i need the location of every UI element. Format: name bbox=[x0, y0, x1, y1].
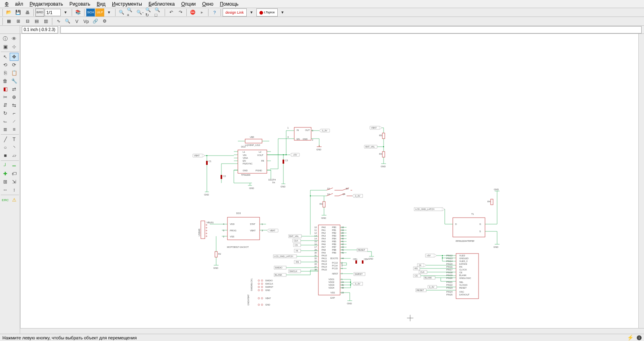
paste-tool[interactable]: 📋 bbox=[10, 69, 19, 77]
menu-tools[interactable]: Инструменты bbox=[109, 0, 145, 8]
open-button[interactable]: 📂 bbox=[4, 8, 13, 17]
wire-tool[interactable]: ╱ bbox=[1, 135, 10, 143]
ltspice-dropdown-icon[interactable]: ▾ bbox=[278, 8, 287, 17]
undo-button[interactable]: ↶ bbox=[167, 8, 175, 17]
scr-dropdown-icon[interactable]: ▾ bbox=[105, 8, 114, 17]
go-button[interactable]: ▸ bbox=[198, 8, 206, 17]
ltspice-button[interactable]: ⬤ LTspice bbox=[256, 8, 278, 17]
menu-edit[interactable]: Редактировать bbox=[27, 0, 66, 8]
sch-mode-button[interactable]: SCH bbox=[86, 8, 95, 17]
ulp-button[interactable]: ULP bbox=[95, 8, 104, 17]
zoom-select-button[interactable]: 🔍□ bbox=[154, 8, 163, 17]
grid-button[interactable]: ▦ bbox=[4, 17, 13, 25]
route-tool[interactable]: ⌐ bbox=[10, 109, 19, 117]
erc-tool[interactable]: ERC bbox=[1, 196, 10, 204]
settings-button[interactable]: ⚙ bbox=[100, 17, 109, 25]
grid5-button[interactable]: ▥ bbox=[41, 17, 50, 25]
text-tool[interactable]: T bbox=[10, 135, 19, 143]
horizontal-scrollbar[interactable] bbox=[20, 328, 644, 334]
redo-button[interactable]: ↷ bbox=[176, 8, 185, 17]
svg-text:GND: GND bbox=[213, 267, 218, 269]
command-input[interactable] bbox=[60, 26, 642, 33]
wrench-tool[interactable]: 🔧 bbox=[10, 77, 19, 85]
svg-point-207 bbox=[261, 289, 263, 291]
v-button[interactable]: V bbox=[72, 17, 81, 25]
rect-tool[interactable]: ■ bbox=[1, 152, 10, 160]
arc-tool[interactable]: ◝ bbox=[10, 143, 19, 152]
layer-tool[interactable]: ▣ bbox=[1, 43, 10, 51]
stop-button[interactable]: ⛔ bbox=[188, 8, 197, 17]
menu-options[interactable]: Опции bbox=[178, 0, 199, 8]
move-tool[interactable]: ✥ bbox=[10, 53, 19, 61]
grid4-button[interactable]: ▤ bbox=[32, 17, 41, 25]
dimension-tool[interactable]: ↔ bbox=[1, 186, 10, 194]
replace-tool[interactable]: ↻ bbox=[1, 109, 10, 117]
svg-text:TH: TH bbox=[272, 181, 275, 184]
net-tool[interactable]: ┘ bbox=[1, 162, 10, 170]
junction-tool[interactable]: ✚ bbox=[1, 170, 10, 178]
show-tool[interactable]: 👁 bbox=[10, 35, 19, 43]
polygon-tool[interactable]: ▱ bbox=[10, 152, 19, 160]
svg-rect-227 bbox=[491, 199, 493, 205]
svg-text:PIN17: PIN17 bbox=[446, 268, 452, 271]
menu-help[interactable]: Помощь bbox=[217, 0, 242, 8]
cut-tool[interactable]: ✂ bbox=[1, 93, 10, 101]
attribute-tool[interactable]: ⊞ bbox=[1, 178, 10, 186]
sheet-dropdown-icon[interactable]: ▾ bbox=[61, 8, 70, 17]
svg-text:VBAT: VBAT bbox=[371, 127, 377, 129]
copy-tool[interactable]: ⎘ bbox=[1, 69, 10, 77]
info-tool[interactable]: ⓘ bbox=[1, 35, 10, 43]
design-link-dropdown-icon[interactable]: ▾ bbox=[247, 8, 256, 17]
sheet-selector[interactable] bbox=[45, 9, 61, 16]
schematic-canvas[interactable]: .wire { stroke:#009933; stroke-width:0.6… bbox=[20, 34, 644, 334]
zoom-fit-button[interactable]: 🔍 bbox=[117, 8, 126, 17]
split-tool[interactable]: ⌙ bbox=[1, 117, 10, 125]
invoke-tool[interactable]: ≣ bbox=[1, 125, 10, 133]
design-link-button[interactable]: design Link bbox=[223, 8, 247, 17]
rotate-tool[interactable]: ⟲ bbox=[1, 61, 10, 69]
print-button[interactable]: 🖶 bbox=[23, 8, 32, 17]
library-button[interactable]: 📚 bbox=[74, 8, 83, 17]
wave-button[interactable]: ∿ bbox=[54, 17, 63, 25]
save-button[interactable]: 💾 bbox=[14, 8, 23, 17]
menu-window[interactable]: Окно bbox=[199, 0, 217, 8]
svg-point-276 bbox=[442, 255, 443, 256]
bus-tool[interactable]: ═ bbox=[10, 162, 19, 170]
dim2-tool[interactable]: ↕ bbox=[10, 186, 19, 194]
miter-tool[interactable]: ⟋ bbox=[10, 117, 19, 125]
change-tool[interactable]: ⇄ bbox=[10, 85, 19, 93]
select-tool[interactable]: ↖ bbox=[1, 53, 10, 61]
svg-text:GND: GND bbox=[249, 187, 254, 189]
label-tool[interactable]: 🏷 bbox=[10, 170, 19, 178]
pinswap-tool[interactable]: ⇵ bbox=[1, 101, 10, 109]
svg-text:D: D bbox=[455, 223, 457, 225]
grid3-button[interactable]: ⊟ bbox=[23, 17, 32, 25]
help-button[interactable]: ? bbox=[210, 8, 219, 17]
zoom2-button[interactable]: 🔍 bbox=[63, 17, 72, 25]
menu-draw[interactable]: Рисовать bbox=[66, 0, 93, 8]
vertical-scrollbar[interactable] bbox=[638, 34, 644, 328]
circle-tool[interactable]: ○ bbox=[1, 143, 10, 152]
coord-display: 0.1 inch (-0.9 2.3) bbox=[22, 26, 58, 33]
zoom-out-button[interactable]: 🔍- bbox=[136, 8, 144, 17]
zoom-redraw-button[interactable]: 🔍↻ bbox=[145, 8, 154, 17]
mark-tool[interactable]: ⊹ bbox=[10, 43, 19, 51]
menu-view[interactable]: Вид bbox=[93, 0, 109, 8]
zoom-in-button[interactable]: 🔍+ bbox=[126, 8, 135, 17]
group-tool[interactable]: ◧ bbox=[1, 85, 10, 93]
add-tool[interactable]: ⊕ bbox=[10, 93, 19, 101]
grid2-button[interactable]: ⊞ bbox=[14, 17, 23, 25]
delete-tool[interactable]: 🗑 bbox=[1, 77, 10, 85]
gateswap-tool[interactable]: ⇆ bbox=[10, 101, 19, 109]
smash-tool[interactable]: ⇲ bbox=[10, 178, 19, 186]
menu-file[interactable]: Файл bbox=[2, 0, 27, 8]
board-button[interactable]: BRD bbox=[35, 8, 44, 17]
mirror-tool[interactable]: ⟳ bbox=[10, 61, 19, 69]
menu-library[interactable]: Библиотека bbox=[145, 0, 178, 8]
status-info-icon[interactable]: i bbox=[637, 335, 642, 340]
svg-rect-53 bbox=[382, 152, 385, 157]
errors-tool[interactable]: ⚠ bbox=[10, 196, 19, 204]
vp-button[interactable]: Vp bbox=[82, 17, 91, 25]
value-tool[interactable]: ≡ bbox=[10, 125, 19, 133]
link2-button[interactable]: 🔗 bbox=[91, 17, 100, 25]
